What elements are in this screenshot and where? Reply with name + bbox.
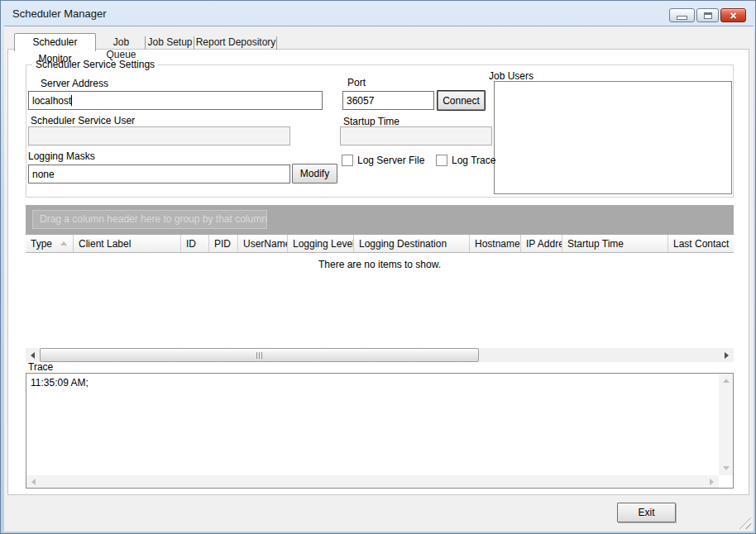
close-icon: × bbox=[730, 10, 736, 21]
group-by-hint: Drag a column header here to group by th… bbox=[32, 210, 267, 229]
arrow-up-icon bbox=[723, 379, 730, 383]
arrow-left-icon bbox=[31, 479, 36, 485]
column-header-type-label: Type bbox=[31, 238, 52, 250]
exit-button[interactable]: Exit bbox=[617, 503, 676, 522]
port-value: 36057 bbox=[347, 95, 374, 107]
column-header-username[interactable]: UserName bbox=[238, 235, 288, 252]
trace-scroll-up-button[interactable] bbox=[719, 374, 733, 388]
scrollbar-thumb[interactable] bbox=[40, 348, 479, 362]
scrollbar-grip-icon bbox=[256, 352, 263, 359]
tab-scheduler-monitor[interactable]: Scheduler Monitor bbox=[14, 33, 96, 51]
startup-time-label: Startup Time bbox=[343, 116, 400, 127]
arrow-right-icon bbox=[725, 352, 729, 359]
trace-scroll-down-button[interactable] bbox=[719, 461, 733, 475]
trace-horizontal-scrollbar[interactable] bbox=[26, 475, 719, 488]
sort-ascending-icon bbox=[60, 241, 67, 246]
logging-masks-value: none bbox=[32, 169, 55, 180]
server-address-input[interactable]: localhost bbox=[28, 91, 323, 110]
column-header-hostname[interactable]: Hostname bbox=[470, 235, 521, 252]
scroll-right-button[interactable] bbox=[720, 348, 734, 362]
arrow-down-icon bbox=[723, 466, 730, 470]
port-input[interactable]: 36057 bbox=[342, 91, 434, 110]
minimize-button[interactable] bbox=[669, 8, 695, 22]
minimize-icon bbox=[677, 16, 687, 20]
column-header-logging-destination[interactable]: Logging Destination bbox=[354, 235, 470, 252]
column-header-type[interactable]: Type bbox=[26, 235, 74, 252]
trace-textarea[interactable]: 11:35:09 AM; bbox=[26, 373, 734, 489]
text-caret bbox=[71, 95, 72, 106]
column-header-startup-time[interactable]: Startup Time bbox=[562, 235, 668, 252]
scheduler-service-user-label: Scheduler Service User bbox=[31, 115, 135, 126]
column-header-logging-level[interactable]: Logging Level bbox=[288, 235, 354, 252]
column-header-last-contact[interactable]: Last Contact bbox=[668, 235, 734, 252]
window-controls: × bbox=[669, 8, 746, 22]
column-header-client-label[interactable]: Client Label bbox=[74, 235, 181, 252]
grid-empty-message: There are no items to show. bbox=[318, 259, 441, 270]
trace-label: Trace bbox=[28, 361, 53, 373]
port-label: Port bbox=[347, 77, 366, 88]
server-address-label: Server Address bbox=[41, 78, 108, 89]
column-header-ip-address[interactable]: IP Address bbox=[521, 235, 562, 252]
window-title: Scheduler Manager bbox=[12, 7, 106, 20]
log-trace-label: Log Trace bbox=[452, 155, 495, 166]
maximize-icon bbox=[704, 12, 712, 19]
maximize-button[interactable] bbox=[696, 8, 719, 22]
startup-time-input bbox=[340, 126, 492, 145]
trace-content: 11:35:09 AM; bbox=[31, 377, 89, 389]
connect-button[interactable]: Connect bbox=[437, 90, 486, 111]
arrow-left-icon bbox=[31, 352, 35, 359]
log-trace-checkbox[interactable] bbox=[436, 155, 447, 166]
server-address-value: localhost bbox=[32, 95, 71, 107]
modify-button[interactable]: Modify bbox=[292, 164, 337, 184]
job-users-listbox[interactable] bbox=[494, 81, 732, 194]
logging-masks-label: Logging Masks bbox=[28, 150, 95, 162]
group-by-drop-zone: Drag a column header here to group by th… bbox=[26, 205, 734, 235]
tab-job-setup[interactable]: Job Setup bbox=[146, 36, 194, 50]
logging-masks-input[interactable]: none bbox=[28, 164, 290, 184]
window: Scheduler Manager × Scheduler Monitor Jo… bbox=[0, 0, 756, 534]
close-button[interactable]: × bbox=[720, 8, 746, 22]
log-server-file-checkbox[interactable] bbox=[342, 155, 353, 166]
tab-job-queue[interactable]: Job Queue bbox=[98, 36, 146, 50]
trace-scroll-right-button[interactable] bbox=[705, 474, 719, 489]
titlebar[interactable]: Scheduler Manager × bbox=[1, 1, 755, 26]
tab-report-depository[interactable]: Report Depository bbox=[195, 36, 277, 50]
column-header-id[interactable]: ID bbox=[181, 235, 209, 252]
log-server-file-label: Log Server File bbox=[357, 155, 424, 166]
trace-scroll-left-button[interactable] bbox=[26, 474, 41, 489]
scheduler-service-user-input bbox=[28, 126, 290, 145]
grid-empty-area: There are no items to show. bbox=[26, 253, 734, 348]
grid-horizontal-scrollbar[interactable] bbox=[26, 348, 734, 362]
job-users-label: Job Users bbox=[489, 70, 534, 82]
trace-vertical-scrollbar[interactable] bbox=[719, 374, 733, 475]
scroll-left-button[interactable] bbox=[26, 348, 40, 362]
grid-header: Type Client Label ID PID UserName Loggin… bbox=[26, 235, 734, 253]
arrow-right-icon bbox=[710, 479, 714, 485]
column-header-pid[interactable]: PID bbox=[209, 235, 238, 252]
